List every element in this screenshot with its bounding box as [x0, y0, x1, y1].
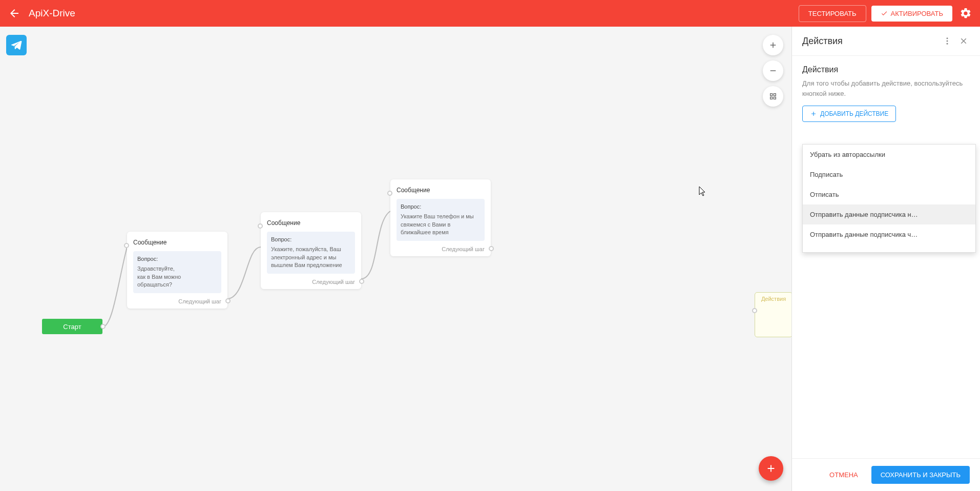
dropdown-item[interactable]: Убрать из авторассылки: [803, 145, 975, 165]
add-action-button[interactable]: ДОБАВИТЬ ДЕЙСТВИЕ: [802, 106, 896, 122]
dropdown-item[interactable]: Отписать: [803, 185, 975, 204]
section-title: Действия: [802, 65, 970, 74]
node-port[interactable]: [359, 279, 364, 284]
node-port[interactable]: [124, 243, 129, 248]
save-button[interactable]: СОХРАНИТЬ И ЗАКРЫТЬ: [871, 466, 970, 484]
test-button[interactable]: ТЕСТИРОВАТЬ: [799, 5, 866, 22]
telegram-icon[interactable]: [6, 35, 27, 55]
message-node-2[interactable]: Сообщение Вопрос: Укажите, пожалуйста, В…: [261, 212, 361, 289]
message-node-1[interactable]: Сообщение Вопрос: Здравствуйте, как в Ва…: [127, 232, 227, 309]
flow-connectors: [0, 27, 791, 491]
fit-button[interactable]: [763, 86, 783, 107]
svg-point-4: [947, 37, 948, 39]
check-icon: [881, 10, 888, 17]
actions-sidebar: Действия Действия Для того чтобы добавит…: [791, 27, 980, 491]
node-port[interactable]: [489, 246, 494, 251]
svg-rect-2: [770, 97, 773, 99]
sidebar-title: Действия: [802, 36, 937, 47]
svg-rect-3: [774, 97, 776, 99]
gear-icon[interactable]: [960, 7, 972, 19]
sidebar-footer: ОТМЕНА СОХРАНИТЬ И ЗАКРЫТЬ: [792, 458, 980, 491]
node-port[interactable]: [258, 223, 263, 229]
dropdown-item[interactable]: Подписать: [803, 165, 975, 185]
message-node-3[interactable]: Сообщение Вопрос: Укажите Ваш телефон и …: [390, 179, 491, 256]
action-node[interactable]: Действия: [755, 292, 793, 337]
node-port[interactable]: [387, 191, 392, 196]
add-node-fab[interactable]: [759, 456, 783, 481]
zoom-out-button[interactable]: [763, 60, 783, 81]
svg-point-6: [947, 43, 948, 45]
back-arrow-icon[interactable]: [8, 7, 20, 19]
flow-canvas[interactable]: Старт Сообщение Вопрос: Здравствуйте, ка…: [0, 27, 791, 491]
svg-rect-1: [774, 94, 776, 96]
dropdown-item[interactable]: Чат с агентом: [803, 244, 975, 253]
dropdown-item[interactable]: Отправить данные подписчика ч…: [803, 224, 975, 244]
node-port[interactable]: [100, 324, 106, 329]
start-node[interactable]: Старт: [42, 319, 102, 334]
cancel-button[interactable]: ОТМЕНА: [821, 466, 866, 484]
sidebar-body: Действия Для того чтобы добавить действи…: [792, 56, 980, 458]
zoom-in-button[interactable]: [763, 35, 783, 55]
more-icon[interactable]: [941, 35, 953, 47]
zoom-controls: [763, 35, 783, 107]
node-port[interactable]: [752, 308, 757, 313]
app-title: ApiX-Drive: [29, 8, 794, 19]
svg-rect-0: [770, 94, 773, 96]
section-description: Для того чтобы добавить действие, воспол…: [802, 78, 970, 98]
svg-point-5: [947, 40, 948, 42]
plus-icon: [810, 110, 817, 117]
action-dropdown: Убрать из авторассылки Подписать Отписат…: [802, 144, 976, 253]
node-port[interactable]: [225, 298, 231, 303]
sidebar-header: Действия: [792, 27, 980, 56]
close-icon[interactable]: [957, 35, 970, 47]
app-header: ApiX-Drive ТЕСТИРОВАТЬ АКТИВИРОВАТЬ: [0, 0, 980, 27]
activate-button[interactable]: АКТИВИРОВАТЬ: [871, 6, 952, 22]
dropdown-item[interactable]: Отправить данные подписчика н…: [803, 204, 975, 224]
